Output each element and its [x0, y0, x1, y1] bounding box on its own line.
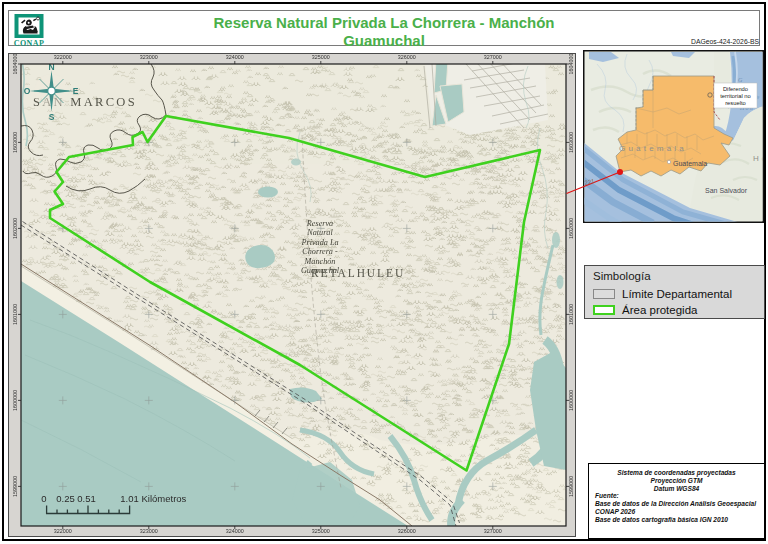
- svg-text:territorial no: territorial no: [720, 93, 751, 99]
- svg-text:Natural: Natural: [306, 228, 333, 237]
- svg-text:1604000: 1604000: [12, 54, 18, 75]
- svg-text:Manchón: Manchón: [304, 257, 336, 266]
- svg-text:1602000: 1602000: [568, 218, 574, 239]
- svg-text:Guatemala: Guatemala: [619, 144, 687, 153]
- svg-text:E: E: [73, 86, 79, 96]
- svg-text:Kilómetros: Kilómetros: [142, 493, 187, 504]
- svg-text:S: S: [49, 112, 55, 122]
- svg-text:326000: 326000: [398, 528, 416, 534]
- svg-text:327000: 327000: [484, 528, 502, 534]
- svg-text:1601000: 1601000: [12, 304, 18, 325]
- svg-text:Reserva: Reserva: [306, 219, 333, 228]
- svg-text:1600000: 1600000: [568, 390, 574, 411]
- svg-text:Privada La: Privada La: [300, 238, 338, 247]
- svg-text:G: G: [738, 77, 744, 83]
- svg-text:0.51: 0.51: [77, 493, 96, 504]
- svg-text:322000: 322000: [54, 54, 72, 60]
- svg-text:1603000: 1603000: [568, 132, 574, 153]
- svg-text:1603000: 1603000: [12, 132, 18, 153]
- svg-text:327000: 327000: [484, 54, 502, 60]
- svg-text:1599000: 1599000: [568, 476, 574, 497]
- svg-text:1.01: 1.01: [120, 493, 139, 504]
- svg-text:1599000: 1599000: [12, 476, 18, 497]
- svg-text:1602000: 1602000: [12, 218, 18, 239]
- svg-text:Guatemala: Guatemala: [673, 160, 707, 167]
- svg-text:CONAP: CONAP: [14, 39, 44, 48]
- svg-text:1600000: 1600000: [12, 390, 18, 411]
- svg-text:Guamuchal: Guamuchal: [301, 266, 340, 275]
- svg-text:O: O: [24, 86, 31, 96]
- svg-text:323000: 323000: [140, 54, 158, 60]
- svg-text:Diferendo: Diferendo: [723, 86, 748, 92]
- svg-text:Chorrera -: Chorrera -: [302, 247, 338, 256]
- svg-text:324000: 324000: [226, 54, 244, 60]
- svg-text:resuelto: resuelto: [725, 100, 746, 106]
- svg-text:0: 0: [41, 493, 46, 504]
- svg-text:1604000: 1604000: [568, 54, 574, 75]
- svg-text:1601000: 1601000: [568, 304, 574, 325]
- svg-text:San Salvador: San Salvador: [705, 187, 748, 194]
- svg-text:Ho: Ho: [753, 154, 764, 163]
- svg-text:325000: 325000: [312, 54, 330, 60]
- svg-text:323000: 323000: [140, 528, 158, 534]
- svg-text:322000: 322000: [54, 528, 72, 534]
- svg-text:325000: 325000: [312, 528, 330, 534]
- svg-text:0.25: 0.25: [56, 493, 75, 504]
- svg-text:326000: 326000: [398, 54, 416, 60]
- svg-text:324000: 324000: [226, 528, 244, 534]
